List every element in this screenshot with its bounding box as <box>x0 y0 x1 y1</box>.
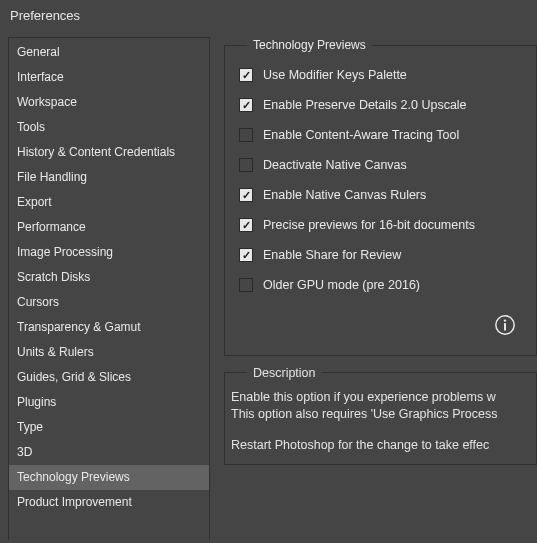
checkbox-label: Enable Share for Review <box>263 248 401 262</box>
info-row <box>239 300 536 343</box>
sidebar-item-label: Image Processing <box>17 245 113 259</box>
sidebar-item-3d[interactable]: 3D <box>9 440 209 465</box>
checkbox[interactable]: ✓ <box>239 218 253 232</box>
sidebar-item-label: 3D <box>17 445 32 459</box>
checkbox[interactable] <box>239 158 253 172</box>
svg-point-1 <box>504 319 506 321</box>
sidebar-item-label: Units & Rulers <box>17 345 94 359</box>
sidebar-item-units-rulers[interactable]: Units & Rulers <box>9 340 209 365</box>
sidebar-item-file-handling[interactable]: File Handling <box>9 165 209 190</box>
content-area: GeneralInterfaceWorkspaceToolsHistory & … <box>0 37 537 540</box>
sidebar-item-label: Guides, Grid & Slices <box>17 370 131 384</box>
checkbox[interactable]: ✓ <box>239 188 253 202</box>
checkbox[interactable]: ✓ <box>239 248 253 262</box>
main-panel: Technology Previews ✓Use Modifier Keys P… <box>210 37 537 540</box>
svg-rect-2 <box>504 323 506 330</box>
checkbox[interactable] <box>239 128 253 142</box>
checkbox-row: ✓Enable Native Canvas Rulers <box>239 180 536 210</box>
sidebar-item-label: Workspace <box>17 95 77 109</box>
checkmark-icon: ✓ <box>242 190 251 201</box>
sidebar-item-history-content-credentials[interactable]: History & Content Credentials <box>9 140 209 165</box>
sidebar-item-label: Product Improvement <box>17 495 132 509</box>
sidebar-item-technology-previews[interactable]: Technology Previews <box>9 465 209 490</box>
checkmark-icon: ✓ <box>242 220 251 231</box>
sidebar-item-image-processing[interactable]: Image Processing <box>9 240 209 265</box>
sidebar-item-label: Plugins <box>17 395 56 409</box>
sidebar-item-performance[interactable]: Performance <box>9 215 209 240</box>
description-line: Restart Photoshop for the change to take… <box>231 437 536 454</box>
checkbox-label: Older GPU mode (pre 2016) <box>263 278 420 292</box>
preferences-window: Preferences GeneralInterfaceWorkspaceToo… <box>0 0 537 543</box>
sidebar-item-label: Cursors <box>17 295 59 309</box>
checkbox-label: Enable Native Canvas Rulers <box>263 188 426 202</box>
checkmark-icon: ✓ <box>242 70 251 81</box>
window-title: Preferences <box>0 0 537 37</box>
checkbox-label: Use Modifier Keys Palette <box>263 68 407 82</box>
checkbox-row: ✓Enable Preserve Details 2.0 Upscale <box>239 90 536 120</box>
sidebar-item-label: Type <box>17 420 43 434</box>
sidebar-item-export[interactable]: Export <box>9 190 209 215</box>
description-line: Enable this option if you experience pro… <box>231 389 536 406</box>
checkbox-label: Precise previews for 16-bit documents <box>263 218 475 232</box>
sidebar-item-general[interactable]: General <box>9 40 209 65</box>
checkbox[interactable]: ✓ <box>239 98 253 112</box>
sidebar-item-label: Scratch Disks <box>17 270 90 284</box>
sidebar-item-label: Technology Previews <box>17 470 130 484</box>
group-title: Technology Previews <box>247 38 372 52</box>
sidebar-item-label: History & Content Credentials <box>17 145 175 159</box>
sidebar-item-workspace[interactable]: Workspace <box>9 90 209 115</box>
sidebar-item-scratch-disks[interactable]: Scratch Disks <box>9 265 209 290</box>
checkbox-row: ✓Use Modifier Keys Palette <box>239 60 536 90</box>
sidebar-item-label: Performance <box>17 220 86 234</box>
checkmark-icon: ✓ <box>242 250 251 261</box>
category-sidebar: GeneralInterfaceWorkspaceToolsHistory & … <box>8 37 210 540</box>
checkbox-row: Enable Content-Aware Tracing Tool <box>239 120 536 150</box>
checkbox[interactable]: ✓ <box>239 68 253 82</box>
sidebar-item-label: Tools <box>17 120 45 134</box>
info-icon[interactable] <box>494 325 516 339</box>
checkbox-label: Enable Preserve Details 2.0 Upscale <box>263 98 467 112</box>
sidebar-item-label: Export <box>17 195 52 209</box>
description-group: Description Enable this option if you ex… <box>224 372 537 465</box>
sidebar-item-interface[interactable]: Interface <box>9 65 209 90</box>
checkbox-row: ✓Precise previews for 16-bit documents <box>239 210 536 240</box>
sidebar-item-label: Transparency & Gamut <box>17 320 141 334</box>
checkbox-label: Enable Content-Aware Tracing Tool <box>263 128 459 142</box>
description-title: Description <box>247 365 322 382</box>
sidebar-item-label: General <box>17 45 60 59</box>
checkbox-row: Older GPU mode (pre 2016) <box>239 270 536 300</box>
checkmark-icon: ✓ <box>242 100 251 111</box>
sidebar-item-transparency-gamut[interactable]: Transparency & Gamut <box>9 315 209 340</box>
sidebar-item-type[interactable]: Type <box>9 415 209 440</box>
sidebar-item-cursors[interactable]: Cursors <box>9 290 209 315</box>
tech-previews-group: Technology Previews ✓Use Modifier Keys P… <box>224 45 537 356</box>
checkbox-label: Deactivate Native Canvas <box>263 158 407 172</box>
sidebar-item-label: Interface <box>17 70 64 84</box>
sidebar-item-product-improvement[interactable]: Product Improvement <box>9 490 209 515</box>
sidebar-item-tools[interactable]: Tools <box>9 115 209 140</box>
checkbox-row: ✓Enable Share for Review <box>239 240 536 270</box>
checkbox[interactable] <box>239 278 253 292</box>
checkbox-row: Deactivate Native Canvas <box>239 150 536 180</box>
sidebar-item-label: File Handling <box>17 170 87 184</box>
description-line: This option also requires 'Use Graphics … <box>231 406 536 423</box>
sidebar-item-guides-grid-slices[interactable]: Guides, Grid & Slices <box>9 365 209 390</box>
sidebar-item-plugins[interactable]: Plugins <box>9 390 209 415</box>
